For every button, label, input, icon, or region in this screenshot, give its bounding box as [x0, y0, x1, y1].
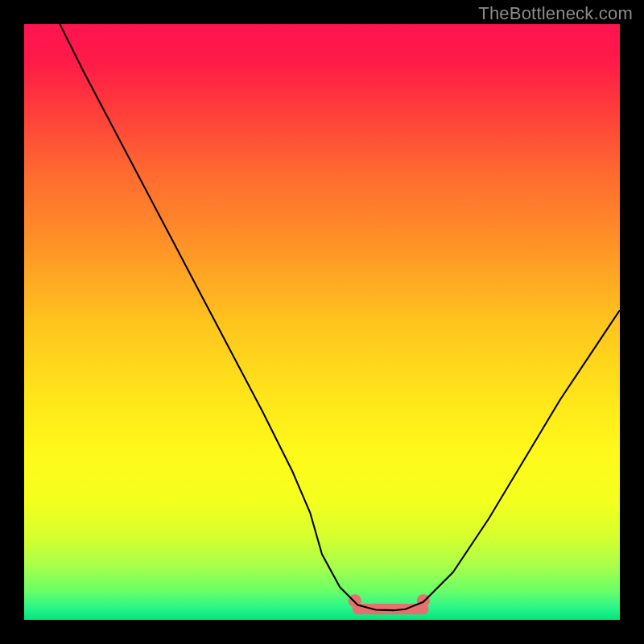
chart-stage: TheBottleneck.com	[0, 0, 644, 644]
curve-layer	[24, 24, 620, 620]
watermark-text: TheBottleneck.com	[478, 3, 633, 24]
plot-area	[24, 24, 620, 620]
marker-dot-right	[417, 594, 430, 607]
bottleneck-curve	[60, 24, 620, 610]
